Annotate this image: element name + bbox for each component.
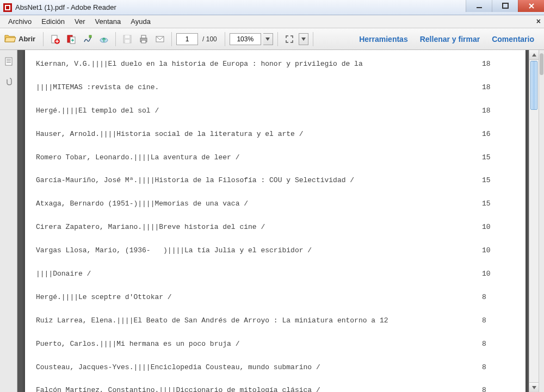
email-button[interactable]	[153, 32, 167, 46]
toolbar: Abrir / 100 103% Herramientas Re	[0, 28, 544, 50]
document-line: ||||Donaire /10	[36, 270, 504, 279]
cloud-button[interactable]	[97, 32, 111, 46]
scroll-thumb[interactable]	[530, 61, 537, 110]
line-text: Vargas Llosa, Mario, (1936- )||||La tía …	[36, 246, 482, 256]
zoom-value: 103%	[237, 35, 254, 43]
window-title: AbsNet1 (1).pdf - Adobe Reader	[15, 3, 116, 11]
zoom-dropdown[interactable]	[263, 33, 273, 45]
document-line: Ruiz Larrea, Elena.||||El Beato de San A…	[36, 316, 504, 326]
document-line: Puerto, Carlos.||||Mi hermana es un poco…	[36, 340, 504, 349]
line-number: 18	[482, 60, 504, 69]
menu-archivo[interactable]: Archivo	[3, 16, 36, 27]
tools-link[interactable]: Herramientas	[359, 35, 408, 43]
line-text: Ruiz Larrea, Elena.||||El Beato de San A…	[36, 316, 482, 326]
menu-ayuda[interactable]: Ayuda	[126, 16, 156, 27]
document-line: Cirera Zapatero, Mariano.||||Breve histo…	[36, 223, 504, 232]
thumbnails-panel-button[interactable]	[3, 55, 15, 67]
line-number: 15	[482, 200, 504, 209]
separator	[277, 32, 278, 46]
line-text: Romero Tobar, Leonardo.||||La aventura d…	[36, 153, 482, 163]
attachments-panel-button[interactable]	[3, 75, 15, 87]
fill-sign-link[interactable]: Rellenar y firmar	[420, 35, 480, 43]
window-titlebar: AbsNet1 (1).pdf - Adobe Reader	[0, 0, 544, 15]
scroll-down-arrow[interactable]	[529, 382, 539, 392]
svg-rect-12	[125, 35, 129, 38]
line-number: 10	[482, 246, 504, 256]
line-number: 8	[482, 316, 504, 326]
line-text: Kiernan, V.G.||||El duelo en la historia…	[36, 60, 482, 69]
pdf-page: Kiernan, V.G.||||El duelo en la historia…	[25, 50, 526, 392]
document-line: Falcón Martínez, Constantino.||||Diccion…	[36, 386, 504, 392]
document-line: Vargas Llosa, Mario, (1936- )||||La tía …	[36, 246, 504, 256]
vertical-scrollbar[interactable]	[529, 50, 539, 392]
maximize-button[interactable]	[492, 0, 518, 12]
line-number: 16	[482, 130, 504, 139]
window-controls	[466, 0, 544, 12]
line-text: Falcón Martínez, Constantino.||||Diccion…	[36, 386, 482, 392]
svg-rect-4	[503, 3, 508, 8]
save-button[interactable]	[120, 32, 134, 46]
adobe-reader-icon	[3, 3, 12, 12]
outer-scrollbar[interactable]	[539, 50, 544, 392]
svg-rect-21	[7, 62, 11, 63]
outer-scroll-thumb[interactable]	[540, 53, 543, 75]
close-button[interactable]	[518, 0, 544, 12]
fit-window-button[interactable]	[282, 32, 296, 46]
line-number: 18	[482, 107, 504, 116]
line-text: Cirera Zapatero, Mariano.||||Breve histo…	[36, 223, 482, 232]
export-pdf-button[interactable]	[64, 32, 78, 46]
line-number: 8	[482, 386, 504, 392]
page-number-input[interactable]	[176, 33, 198, 45]
menu-ventana[interactable]: Ventana	[90, 16, 126, 27]
line-number: 15	[482, 153, 504, 163]
document-line: Hauser, Arnold.||||Historia social de la…	[36, 130, 504, 139]
zoom-level[interactable]: 103%	[230, 33, 261, 45]
menu-bar: Archivo Edición Ver Ventana Ayuda ×	[0, 15, 544, 28]
open-button[interactable]: Abrir	[3, 32, 39, 46]
svg-rect-15	[141, 35, 146, 38]
document-line: Cousteau, Jacques-Yves.||||Enciclopedia …	[36, 363, 504, 372]
open-label: Abrir	[18, 35, 35, 43]
line-text: García-Mauriño, José Mª.||||Historia de …	[36, 176, 482, 185]
line-text: ||||Donaire /	[36, 270, 482, 279]
line-text: Cousteau, Jacques-Yves.||||Enciclopedia …	[36, 363, 482, 372]
menu-edicion[interactable]: Edición	[36, 16, 70, 27]
scroll-up-arrow[interactable]	[529, 50, 539, 60]
separator	[313, 32, 313, 46]
print-button[interactable]	[137, 32, 151, 46]
document-close-button[interactable]: ×	[536, 17, 541, 26]
minimize-button[interactable]	[466, 0, 492, 12]
separator	[171, 32, 172, 46]
view-mode-dropdown[interactable]	[299, 33, 308, 45]
separator	[43, 32, 44, 46]
svg-rect-19	[7, 59, 11, 60]
document-line: Hergé.||||El templo del sol /18	[36, 107, 504, 116]
svg-rect-16	[141, 40, 146, 43]
svg-rect-13	[125, 40, 129, 43]
svg-rect-2	[6, 6, 9, 9]
sign-button[interactable]	[81, 32, 95, 46]
line-text: ||||MITEMAS :revista de cine.	[36, 83, 482, 92]
line-number: 10	[482, 270, 504, 279]
document-line: Romero Tobar, Leonardo.||||La aventura d…	[36, 153, 504, 163]
separator	[115, 32, 116, 46]
svg-rect-20	[7, 60, 11, 61]
folder-open-icon	[4, 33, 16, 45]
menu-ver[interactable]: Ver	[70, 16, 90, 27]
workspace: Kiernan, V.G.||||El duelo en la historia…	[0, 50, 544, 392]
create-pdf-button[interactable]	[48, 32, 62, 46]
line-number: 8	[482, 340, 504, 349]
comment-link[interactable]: Comentario	[492, 35, 534, 43]
line-number: 18	[482, 83, 504, 92]
document-line: Atxaga, Bernardo (1951-)||||Memorias de …	[36, 200, 504, 209]
document-viewport[interactable]: Kiernan, V.G.||||El duelo en la historia…	[17, 50, 529, 392]
document-line: Kiernan, V.G.||||El duelo en la historia…	[36, 60, 504, 69]
line-text: Hergé.||||Le sceptre d'Ottokar /	[36, 293, 482, 302]
separator	[225, 32, 225, 46]
svg-rect-9	[89, 35, 91, 38]
page-total: / 100	[202, 35, 217, 43]
navigation-sidebar	[0, 50, 17, 392]
line-text: Atxaga, Bernardo (1951-)||||Memorias de …	[36, 200, 482, 209]
line-number: 15	[482, 176, 504, 185]
line-text: Hauser, Arnold.||||Historia social de la…	[36, 130, 482, 139]
